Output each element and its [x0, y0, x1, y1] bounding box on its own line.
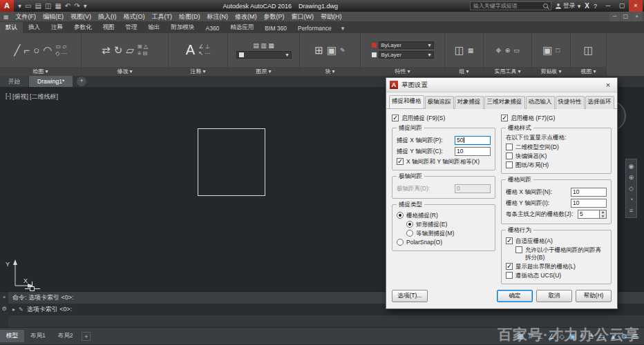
ok-button[interactable]: 确定: [497, 290, 533, 302]
viewport-visual-style-control[interactable]: [二维线框]: [30, 92, 58, 101]
viewport-menu-control[interactable]: [-]: [6, 92, 11, 101]
help-icon[interactable]: ?: [594, 3, 597, 10]
tab-snap-and-grid[interactable]: 捕捉和栅格: [389, 95, 424, 108]
tab-3d-object-snap[interactable]: 三维对象捕捉: [484, 96, 525, 109]
menu-edit[interactable]: 编辑(E): [39, 12, 67, 22]
grid-x-input[interactable]: 10: [571, 188, 607, 197]
radio-icon[interactable]: [397, 239, 404, 246]
options-button[interactable]: 选项(T)...: [392, 290, 428, 302]
isometric-snap-radio[interactable]: 等轴测捕捉(M): [406, 230, 491, 237]
checkbox-icon[interactable]: [506, 263, 513, 270]
save-icon[interactable]: ◫: [45, 2, 51, 10]
sign-in-button[interactable]: 登录 ▾: [556, 1, 581, 10]
checkbox-icon[interactable]: [506, 161, 513, 168]
dialog-title-bar[interactable]: A 草图设置 ×: [386, 78, 617, 92]
open-file-icon[interactable]: ▤: [35, 2, 41, 10]
new-layout-button[interactable]: +: [82, 332, 91, 341]
linetype-dropdown[interactable]: ByLayer ▾: [379, 51, 434, 59]
panel-label-clipboard[interactable]: 剪贴板 ▾: [532, 67, 570, 76]
menu-window[interactable]: 窗口(W): [288, 12, 318, 22]
dialog-close-icon[interactable]: ×: [603, 81, 614, 89]
layer-dropdown[interactable]: ▾: [236, 51, 292, 59]
checkbox-icon[interactable]: [506, 237, 513, 244]
polar-tracking-icon[interactable]: ∠: [548, 333, 554, 340]
menu-view[interactable]: 视图(V): [67, 12, 95, 22]
menu-file[interactable]: 文件(F): [12, 12, 40, 22]
plot-icon[interactable]: ▦: [55, 2, 61, 10]
close-command-window-icon[interactable]: ×: [3, 294, 6, 300]
ribbon-tab-output[interactable]: 输出: [143, 22, 166, 33]
snap-toggle-icon[interactable]: #: [529, 333, 533, 340]
copy-clip-icon[interactable]: □: [556, 47, 559, 54]
leader-tool-icon[interactable]: ↖ ⋯: [198, 50, 210, 57]
close-button[interactable]: ×: [629, 0, 643, 12]
checkbox-icon[interactable]: [501, 115, 508, 121]
app-menu-dropdown-icon[interactable]: ▾: [18, 2, 21, 10]
major-line-input[interactable]: 5: [578, 210, 600, 219]
file-tab-drawing1[interactable]: Drawing1*: [29, 76, 73, 87]
drawn-rectangle[interactable]: [198, 128, 265, 196]
ungroup-tool-icon[interactable]: ▦: [468, 47, 474, 54]
object-snap-icon[interactable]: ▣: [569, 333, 576, 340]
allow-subdivision-checkbox[interactable]: 允许以小于栅格间距的间距再拆分(B): [515, 246, 607, 262]
ribbon-tab-annotate[interactable]: 注释: [46, 22, 68, 33]
menu-parametric[interactable]: 参数(P): [261, 12, 288, 22]
layout-tab-layout2[interactable]: 布局2: [52, 330, 79, 342]
showmotion-icon[interactable]: ≡: [629, 207, 633, 214]
offset-tool-icon[interactable]: ≡ ⊟: [138, 50, 148, 57]
dimension-tool-icon[interactable]: ∠ ⊥: [198, 43, 210, 50]
radio-icon[interactable]: [406, 221, 413, 228]
autocad-logo-icon[interactable]: A: [0, 0, 14, 12]
qat-dropdown-icon[interactable]: ▾: [84, 2, 87, 10]
undo-icon[interactable]: ↶: [65, 2, 70, 10]
panel-label-view[interactable]: 视图 ▾: [571, 67, 606, 76]
tab-selection-cycling[interactable]: 选择循环: [585, 96, 614, 109]
workspace-gear-icon[interactable]: ⚙: [621, 333, 627, 340]
grid-y-input[interactable]: 10: [571, 199, 607, 208]
lineweight-icon[interactable]: ≡: [580, 333, 585, 340]
paste-icon[interactable]: ▣: [542, 44, 552, 57]
mirror-tool-icon[interactable]: ⊞ △: [138, 43, 148, 50]
measure-tool-icon[interactable]: ⌖: [495, 44, 501, 57]
doc-close-button[interactable]: ×: [632, 12, 642, 21]
checkbox-icon[interactable]: [506, 152, 513, 159]
panel-label-layers[interactable]: 图层 ▾: [228, 67, 299, 76]
grid-toggle-icon[interactable]: ▦: [518, 333, 524, 340]
grid-snap-radio[interactable]: 栅格捕捉(R): [397, 212, 491, 219]
exchange-apps-icon[interactable]: X: [585, 2, 589, 10]
tab-quick-properties[interactable]: 快捷特性: [556, 96, 585, 109]
panel-label-draw[interactable]: 绘图 ▾: [0, 67, 81, 76]
enable-grid-checkbox[interactable]: 启用栅格 (F7)(G): [501, 115, 612, 122]
new-drawing-tab-button[interactable]: +: [77, 77, 86, 86]
zoom-icon[interactable]: ◇: [629, 185, 634, 192]
cancel-button[interactable]: 取消: [536, 290, 572, 302]
minimize-button[interactable]: ─: [601, 0, 615, 12]
menu-format[interactable]: 格式(O): [120, 12, 149, 22]
checkbox-icon[interactable]: [515, 246, 522, 253]
move-tool-icon[interactable]: ⇄: [102, 44, 111, 57]
style-sheet-layout-checkbox[interactable]: 图纸/布局(H): [506, 161, 607, 169]
draw-arc-icon[interactable]: ◠: [43, 44, 52, 57]
object-color-dropdown[interactable]: ByLayer ▾: [379, 41, 434, 49]
menu-modify[interactable]: 修改(M): [231, 12, 261, 22]
help-button[interactable]: 帮助(H): [576, 290, 612, 302]
panel-label-annotation[interactable]: 注释 ▾: [169, 67, 227, 76]
pan-icon[interactable]: ⊕: [629, 174, 634, 181]
group-tool-icon[interactable]: ◫: [455, 44, 464, 57]
menu-tools[interactable]: 工具(T): [149, 12, 176, 22]
recent-commands-icon[interactable]: ▸: [12, 306, 15, 313]
viewport-view-control[interactable]: [俯视]: [12, 92, 28, 101]
panel-label-utilities[interactable]: 实用工具 ▾: [484, 67, 531, 76]
doc-minimize-button[interactable]: ─: [609, 12, 620, 21]
ribbon-tab-bim360[interactable]: BIM 360: [259, 23, 292, 33]
snap-x-input[interactable]: 50: [455, 136, 491, 145]
point-tool-icon[interactable]: ▭: [513, 47, 520, 54]
ribbon-tab-addins[interactable]: 附加模块: [166, 22, 200, 33]
checkbox-icon[interactable]: [506, 144, 513, 150]
rotate-tool-icon[interactable]: ↻: [114, 44, 123, 57]
tab-polar-tracking[interactable]: 极轴追踪: [425, 96, 454, 109]
full-navigation-wheel-icon[interactable]: ◉: [629, 163, 634, 170]
tab-object-snap[interactable]: 对象捕捉: [455, 96, 484, 109]
annotation-scale-icon[interactable]: ▲: [609, 333, 616, 340]
create-block-icon[interactable]: ▣: [327, 44, 337, 57]
